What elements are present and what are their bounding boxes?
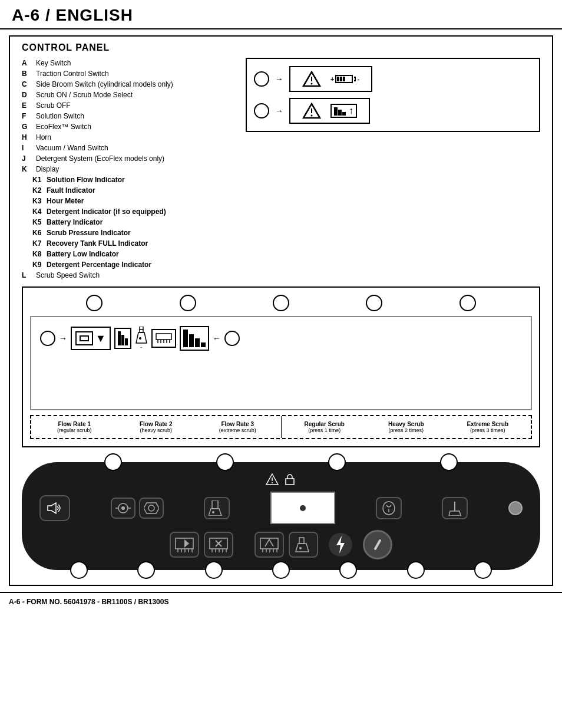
legend-label-K7: Recovery Tank FULL Indicator — [47, 238, 148, 249]
outer-circle-2 — [216, 453, 234, 471]
outer-circle-3 — [328, 453, 346, 471]
flow-rate-1-label: Flow Rate 1 — [35, 421, 114, 427]
flow-rate-2-sub: (heavy scrub) — [117, 427, 196, 433]
legend-label-K9: Detergent Percentage Indicator — [47, 259, 151, 270]
legend-item-D: D Scrub ON / Scrub Mode Select — [22, 90, 240, 100]
svg-rect-46 — [299, 538, 304, 543]
outer-circle-bottom-4 — [272, 561, 290, 579]
side-broom-icon — [144, 502, 159, 515]
outer-circle-bottom-7 — [474, 561, 492, 579]
scrub-speed-button[interactable] — [254, 532, 284, 558]
legend-label-F: Solution Switch — [36, 111, 84, 121]
main-display-screen — [270, 492, 335, 524]
flow-rate-2: Flow Rate 2 (heavy scrub) — [115, 420, 197, 434]
legend-key-E: E — [22, 100, 34, 111]
horn-button[interactable] — [39, 495, 70, 521]
legend-item-K6: K6 Scrub Pressure Indicator — [32, 228, 240, 238]
gauge-bar3 — [342, 112, 346, 116]
legend-label-G: EcoFlex™ Switch — [36, 121, 91, 132]
legend-label-K2: Fault Indicator — [47, 185, 95, 196]
legend-item-B: B Traction Control Switch — [22, 68, 240, 79]
svg-rect-18 — [286, 479, 294, 485]
legend-item-K2: K2 Fault Indicator — [32, 185, 240, 196]
bar1 — [118, 331, 121, 345]
legend-label-E: Scrub OFF — [36, 100, 71, 111]
bar-graph-inner-1 — [118, 331, 128, 345]
display-diagram-upper: → + — [246, 58, 540, 132]
legend-key-K: K — [22, 164, 34, 174]
legend-item-K: K Display — [22, 164, 240, 174]
scrub-bar2 — [189, 334, 194, 347]
bat-seg3 — [343, 77, 345, 81]
display-row-2: → ↑ — [254, 98, 532, 124]
legend-item-K7: K7 Recovery Tank FULL Indicator — [32, 238, 240, 249]
legend-label-D: Scrub ON / Scrub Mode Select — [36, 90, 133, 100]
warning-triangle-icon — [265, 473, 279, 486]
legend-item-H: H Horn — [22, 132, 240, 143]
legend-label-K4: Detergent Indicator (if so equipped) — [47, 206, 166, 217]
legend-item-K8: K8 Battery Low Indicator — [32, 249, 240, 259]
legend-label-K3: Hour Meter — [47, 196, 84, 206]
legend-item-F: F Solution Switch — [22, 111, 240, 121]
svg-point-17 — [272, 482, 273, 483]
tank-body — [80, 335, 89, 341]
battery-cap — [354, 77, 356, 81]
triangle-icon-1 — [302, 71, 321, 87]
legend-key-K6: K6 — [32, 228, 44, 238]
legend-key-H: H — [22, 132, 34, 143]
battery-indicator: + - — [330, 75, 359, 83]
ecoflex-button[interactable] — [376, 497, 402, 519]
side-broom-button[interactable] — [139, 498, 164, 519]
warning-icons-row — [39, 473, 523, 486]
vacuum-wand-button[interactable] — [442, 497, 468, 519]
scrub-extreme-label: Extreme Scrub — [448, 421, 528, 427]
scrub-modes-container: Regular Scrub (press 1 time) Heavy Scrub… — [282, 416, 531, 438]
footer-text: A-6 - FORM NO. 56041978 - BR1100S / BR13… — [9, 598, 168, 606]
horn-icon — [47, 502, 63, 515]
scrub-bar4 — [201, 342, 206, 347]
legend-key-K8: K8 — [32, 249, 44, 259]
legend-label-L: Scrub Speed Switch — [36, 270, 100, 281]
arrow-left-1: → — [59, 334, 67, 343]
control-diagram-section: → ▼ — [22, 286, 540, 447]
display-box-2: ↑ — [289, 98, 370, 124]
detergent-icon — [295, 536, 312, 553]
scrub-regular-label: Regular Scrub — [285, 421, 365, 427]
traction-row — [111, 498, 164, 519]
page-title: A-6 / ENGLISH — [12, 6, 550, 25]
scrub-on-icon — [174, 536, 194, 554]
legend-key-K7: K7 — [32, 238, 44, 249]
side-circle-left — [40, 331, 55, 346]
legend-label-K5: Battery Indicator — [47, 217, 103, 228]
pointer-circle-5 — [459, 295, 476, 311]
detergent-button[interactable] — [289, 532, 318, 558]
svg-point-47 — [299, 547, 302, 549]
speed-indicator — [329, 533, 352, 556]
key-switch-area: ▼ — [71, 327, 111, 350]
legend-label-J: Detergent System (EcoFlex models only) — [36, 153, 164, 164]
speed-dial[interactable] — [363, 530, 392, 559]
traction-button[interactable] — [111, 498, 135, 519]
solution-switch-button[interactable] — [204, 497, 230, 519]
traction-icon — [115, 502, 131, 515]
triangle-icon-2 — [302, 103, 321, 119]
bar2 — [121, 335, 124, 345]
scrub-off-button[interactable] — [204, 532, 233, 558]
circle-button-1 — [254, 71, 269, 87]
arrow-right-1: → — [275, 74, 283, 84]
scrub-bars — [183, 330, 206, 347]
flow-rate-2-label: Flow Rate 2 — [117, 421, 196, 427]
scrub-on-button[interactable] — [170, 532, 199, 558]
top-pointer-circles — [30, 295, 532, 311]
scrub-mode-heavy: Heavy Scrub (press 2 times) — [365, 420, 447, 434]
flask-label: - — [140, 344, 142, 350]
second-controls-row — [39, 530, 523, 559]
legend-key-K1: K1 — [32, 174, 44, 185]
flow-rate-3-sub: (extreme scrub) — [198, 427, 277, 433]
outer-circle-1 — [104, 453, 122, 471]
dial-indicator — [373, 539, 381, 550]
dark-panel — [22, 462, 540, 570]
scrub-heavy-label: Heavy Scrub — [366, 421, 446, 427]
svg-point-2 — [311, 83, 313, 85]
scrub-heavy-sub: (press 2 times) — [366, 427, 446, 433]
